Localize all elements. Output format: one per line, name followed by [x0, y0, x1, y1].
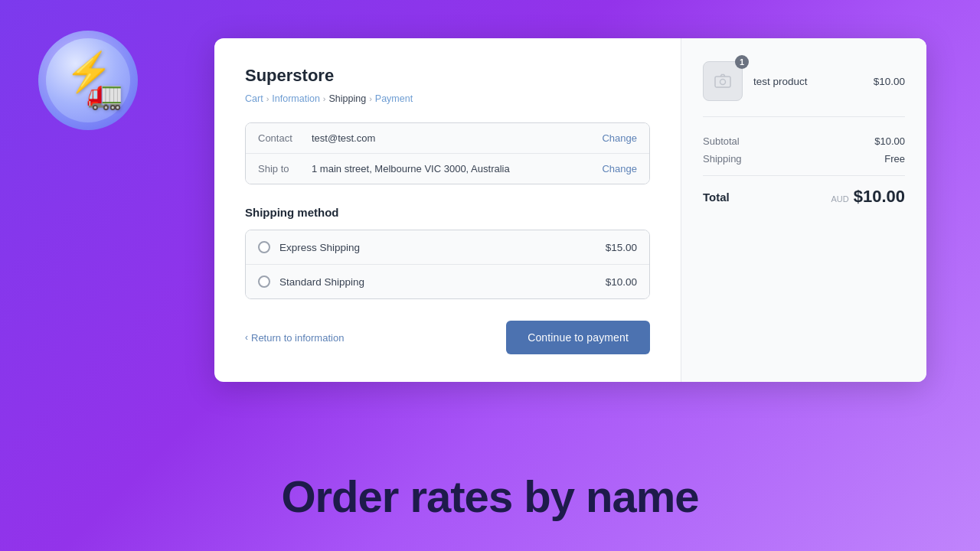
- chevron-left-icon: ‹: [245, 332, 248, 343]
- breadcrumb: Cart › Information › Shipping › Payment: [245, 93, 650, 104]
- shipto-change-link[interactable]: Change: [602, 163, 637, 174]
- shipto-value: 1 main street, Melbourne VIC 3000, Austr…: [312, 163, 602, 174]
- breadcrumb-cart[interactable]: Cart: [245, 93, 263, 104]
- bottom-title: Order rates by name: [0, 471, 980, 522]
- radio-express[interactable]: [258, 241, 270, 253]
- product-badge: 1: [735, 55, 749, 69]
- left-panel: Superstore Cart › Information › Shipping…: [214, 38, 681, 382]
- shipping-options: Express Shipping $15.00 Standard Shippin…: [245, 230, 650, 299]
- breadcrumb-information[interactable]: Information: [272, 93, 320, 104]
- shipto-label: Ship to: [258, 163, 312, 174]
- contact-row: Contact test@test.com Change: [246, 123, 649, 154]
- shipping-option-standard[interactable]: Standard Shipping $10.00: [246, 265, 649, 298]
- breadcrumb-shipping[interactable]: Shipping: [329, 93, 367, 104]
- camera-icon: [714, 72, 732, 90]
- lightning-icon: ⚡: [65, 50, 113, 94]
- logo-area: ⚡ 🚛: [38, 31, 138, 130]
- subtotal-label: Subtotal: [703, 135, 740, 147]
- bottom-actions: ‹ Return to information Continue to paym…: [245, 321, 650, 354]
- product-price: $10.00: [874, 76, 905, 87]
- shipping-row: Shipping Free: [703, 153, 905, 165]
- shipping-method-title: Shipping method: [245, 206, 650, 219]
- express-shipping-price: $15.00: [606, 242, 637, 253]
- total-currency: AUD: [831, 194, 848, 204]
- product-name: test product: [753, 76, 863, 87]
- return-to-information-link[interactable]: ‹ Return to information: [245, 332, 344, 344]
- total-amount: $10.00: [854, 187, 905, 207]
- return-link-label: Return to information: [251, 332, 344, 344]
- contact-label: Contact: [258, 132, 312, 144]
- breadcrumb-sep-2: ›: [323, 94, 326, 103]
- right-panel: 1 test product $10.00 Subtotal $10.00 Sh…: [681, 38, 926, 382]
- standard-shipping-label: Standard Shipping: [279, 276, 596, 288]
- shipping-summary-value: Free: [884, 153, 905, 165]
- subtotal-row: Subtotal $10.00: [703, 135, 905, 147]
- breadcrumb-sep-1: ›: [266, 94, 270, 103]
- breadcrumb-payment[interactable]: Payment: [375, 93, 413, 104]
- express-shipping-label: Express Shipping: [279, 242, 596, 253]
- total-value-wrap: AUD $10.00: [831, 187, 905, 207]
- total-divider: [703, 175, 905, 176]
- svg-point-1: [720, 80, 726, 85]
- radio-standard[interactable]: [258, 276, 270, 288]
- shipping-summary-label: Shipping: [703, 153, 742, 165]
- product-image-wrap: 1: [703, 61, 743, 101]
- total-label: Total: [703, 191, 730, 204]
- shipping-option-express[interactable]: Express Shipping $15.00: [246, 230, 649, 265]
- breadcrumb-sep-3: ›: [369, 94, 372, 103]
- continue-to-payment-button[interactable]: Continue to payment: [506, 321, 650, 354]
- main-container: ⚡ 🚛 Superstore Cart › Information › Ship…: [0, 0, 980, 551]
- store-name: Superstore: [245, 66, 650, 86]
- subtotal-value: $10.00: [874, 135, 905, 147]
- shipto-row: Ship to 1 main street, Melbourne VIC 300…: [246, 154, 649, 184]
- total-row: Total AUD $10.00: [703, 187, 905, 207]
- contact-change-link[interactable]: Change: [602, 132, 637, 144]
- logo-inner: ⚡ 🚛: [46, 38, 130, 122]
- svg-rect-0: [715, 77, 730, 87]
- checkout-card: Superstore Cart › Information › Shipping…: [214, 38, 926, 382]
- info-box: Contact test@test.com Change Ship to 1 m…: [245, 122, 650, 184]
- contact-value: test@test.com: [312, 132, 602, 144]
- logo-circle: ⚡ 🚛: [38, 31, 138, 130]
- standard-shipping-price: $10.00: [606, 276, 637, 288]
- product-row: 1 test product $10.00: [703, 61, 905, 117]
